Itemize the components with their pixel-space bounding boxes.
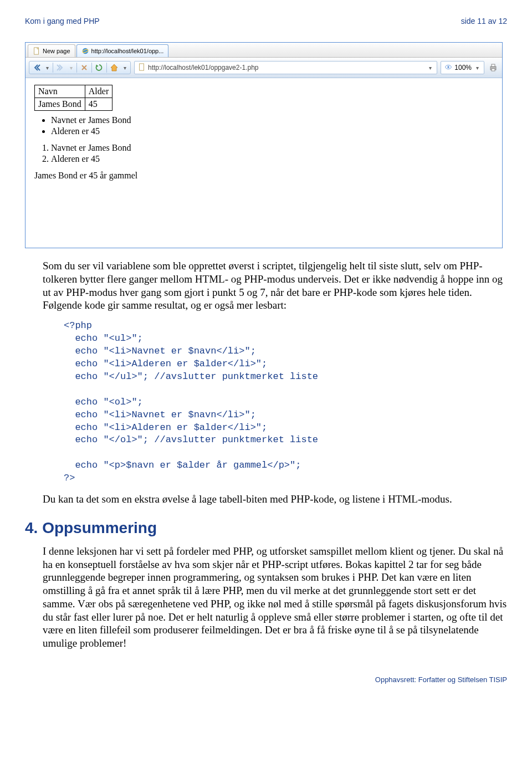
address-bar[interactable]: http://localhost/lek01/oppgave2-1.php ▾ (134, 61, 437, 74)
list-item: Navnet er James Bond (51, 115, 493, 125)
browser-screenshot: New page http://localhost/lek01/opp... ▾ (25, 42, 503, 248)
separator (106, 63, 107, 73)
stop-button[interactable] (79, 63, 89, 73)
table-cell: James Bond (35, 98, 85, 111)
nav-buttons: ▾ ▾ ▾ (29, 61, 131, 74)
browser-toolbar: ▾ ▾ ▾ (25, 58, 502, 78)
svg-point-5 (448, 66, 450, 68)
tab-strip: New page http://localhost/lek01/opp... (25, 43, 502, 58)
forward-button[interactable] (55, 63, 65, 73)
separator (91, 63, 92, 73)
eye-icon (444, 63, 452, 73)
header-right: side 11 av 12 (461, 17, 507, 25)
separator (76, 63, 77, 73)
output-ol: Navnet er James Bond Alderen er 45 (51, 143, 493, 164)
paragraph-3: I denne leksjonen har vi sett på fordele… (43, 545, 507, 650)
home-dropdown[interactable]: ▾ (121, 65, 128, 71)
section-heading: 4. Oppsummering (25, 519, 507, 537)
table-cell: 45 (85, 98, 112, 111)
page-icon (33, 47, 40, 55)
page-content: Navn Alder James Bond 45 Navnet er James… (25, 78, 502, 191)
address-dropdown[interactable]: ▾ (427, 65, 433, 71)
paragraph-1: Som du ser vil variablene som ble oppret… (43, 259, 507, 312)
list-item: Alderen er 45 (51, 154, 493, 164)
tab-label: http://localhost/lek01/opp... (91, 48, 164, 54)
svg-rect-7 (492, 64, 495, 66)
table-header: Navn (35, 85, 85, 98)
page-footer: Opphavsrett: Forfatter og Stiftelsen TIS… (25, 675, 507, 684)
list-item: Alderen er 45 (51, 126, 493, 136)
paragraph-2: Du kan ta det som en ekstra øvelse å lag… (43, 493, 507, 506)
print-button[interactable] (488, 62, 499, 73)
svg-rect-8 (492, 69, 495, 71)
ie-icon (81, 47, 89, 55)
svg-rect-3 (140, 63, 144, 70)
back-button[interactable] (32, 63, 42, 73)
output-paragraph: James Bond er 45 år gammel (34, 171, 493, 181)
table-row: James Bond 45 (35, 98, 112, 111)
address-text: http://localhost/lek01/oppgave2-1.php (148, 64, 424, 71)
code-block: <?php echo "<ul>"; echo "<li>Navnet er $… (64, 320, 507, 485)
forward-dropdown[interactable]: ▾ (68, 65, 74, 71)
home-button[interactable] (109, 63, 119, 73)
zoom-dropdown[interactable]: ▾ (474, 65, 480, 71)
list-item: Navnet er James Bond (51, 143, 493, 153)
table-header: Alder (85, 85, 112, 98)
header-left: Kom i gang med PHP (25, 17, 100, 25)
output-table: Navn Alder James Bond 45 (34, 85, 112, 111)
tab-new-page[interactable]: New page (28, 44, 75, 57)
page-header: Kom i gang med PHP side 11 av 12 (25, 17, 507, 25)
page-icon (138, 63, 146, 73)
refresh-button[interactable] (94, 63, 104, 73)
separator (53, 63, 53, 73)
tab-label: New page (43, 48, 70, 54)
zoom-control[interactable]: 100% ▾ (441, 61, 484, 74)
back-dropdown[interactable]: ▾ (44, 65, 50, 71)
zoom-value: 100% (454, 64, 472, 71)
output-ul: Navnet er James Bond Alderen er 45 (51, 115, 493, 136)
tab-localhost[interactable]: http://localhost/lek01/opp... (76, 44, 169, 57)
